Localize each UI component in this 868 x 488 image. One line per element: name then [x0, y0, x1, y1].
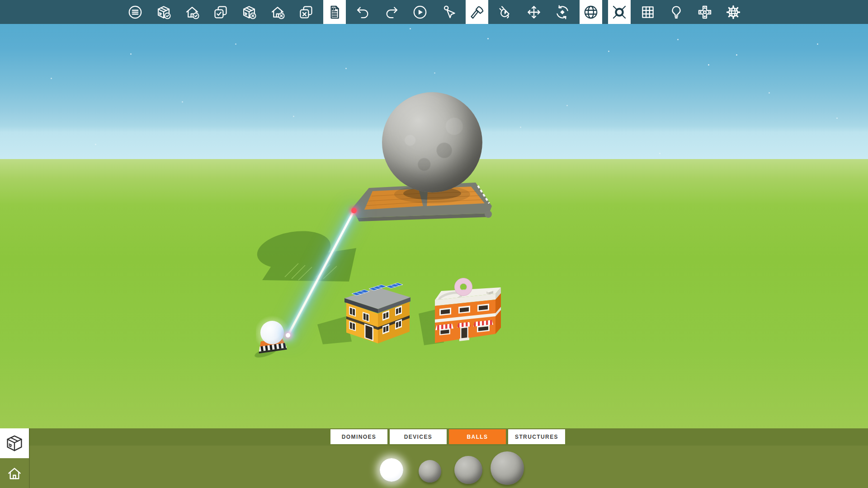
tab-dominoes[interactable]: DOMINOES [330, 429, 387, 444]
beam-hit-dot [351, 208, 357, 213]
app-window: { "app": {"name": "physics-sandbox-edito… [0, 0, 868, 488]
copy-remove-icon [298, 5, 314, 20]
inventory-box-button[interactable] [0, 428, 29, 458]
light-button[interactable] [665, 0, 688, 24]
move-icon [526, 5, 542, 20]
globe-button[interactable] [580, 0, 602, 24]
world-settings-icon [726, 5, 741, 20]
rotate-button[interactable] [551, 0, 574, 24]
glow-ball-thumb[interactable] [380, 458, 403, 482]
box-check-icon [156, 5, 171, 20]
rotate-icon [555, 5, 570, 20]
script-button[interactable] [323, 0, 346, 24]
hammer-button[interactable] [466, 0, 488, 24]
play-icon [412, 5, 428, 20]
play-button[interactable] [409, 0, 431, 24]
home-remove-button[interactable] [266, 0, 289, 24]
redo-icon [384, 5, 399, 20]
tab-structures[interactable]: STRUCTURES [508, 429, 565, 444]
undo-button[interactable] [352, 0, 374, 24]
box-remove-icon [241, 5, 257, 20]
plug-icon [498, 5, 513, 20]
copy-remove-button[interactable] [295, 0, 317, 24]
focus-button[interactable] [608, 0, 631, 24]
menu-icon [127, 5, 143, 20]
box-remove-button[interactable] [238, 0, 260, 24]
select-cursor-button[interactable] [437, 0, 460, 24]
beam-origin-glow [286, 333, 290, 338]
home-icon [6, 464, 23, 483]
solar-house[interactable] [342, 277, 413, 345]
home-remove-icon [270, 5, 285, 20]
focus-icon [612, 5, 627, 20]
home-button[interactable] [4, 462, 25, 485]
select-cursor-icon [441, 5, 456, 20]
category-tabs: DOMINOESDEVICESBALLSSTRUCTURES [330, 429, 565, 444]
world-settings-button[interactable] [722, 0, 745, 24]
controller-icon [697, 5, 712, 20]
box-check-button[interactable] [152, 0, 175, 24]
corner-divider [29, 428, 30, 488]
menu-button[interactable] [124, 0, 146, 24]
ball-palette [0, 446, 868, 488]
hammer-icon [469, 5, 485, 20]
stone-ball-medium-thumb[interactable] [454, 456, 482, 484]
home-check-button[interactable] [181, 0, 203, 24]
plug-button[interactable] [494, 0, 517, 24]
stone-ball-large-thumb[interactable] [491, 451, 524, 485]
stone-ball-small-thumb[interactable] [419, 460, 441, 483]
script-icon [327, 5, 342, 20]
move-button[interactable] [523, 0, 545, 24]
grid-icon [640, 5, 656, 20]
copy-check-button[interactable] [209, 0, 232, 24]
light-icon [669, 5, 684, 20]
tab-devices[interactable]: DEVICES [390, 429, 447, 444]
globe-icon [583, 5, 599, 20]
box-icon [5, 433, 24, 453]
redo-button[interactable] [380, 0, 403, 24]
undo-icon [355, 5, 371, 20]
toolbar [0, 0, 868, 24]
copy-check-icon [213, 5, 228, 20]
controller-button[interactable] [693, 0, 716, 24]
stone-sphere[interactable] [382, 92, 482, 192]
grid-button[interactable] [637, 0, 659, 24]
home-check-icon [184, 5, 200, 20]
donut-shop[interactable] [433, 275, 502, 346]
tab-balls[interactable]: BALLS [449, 429, 506, 444]
